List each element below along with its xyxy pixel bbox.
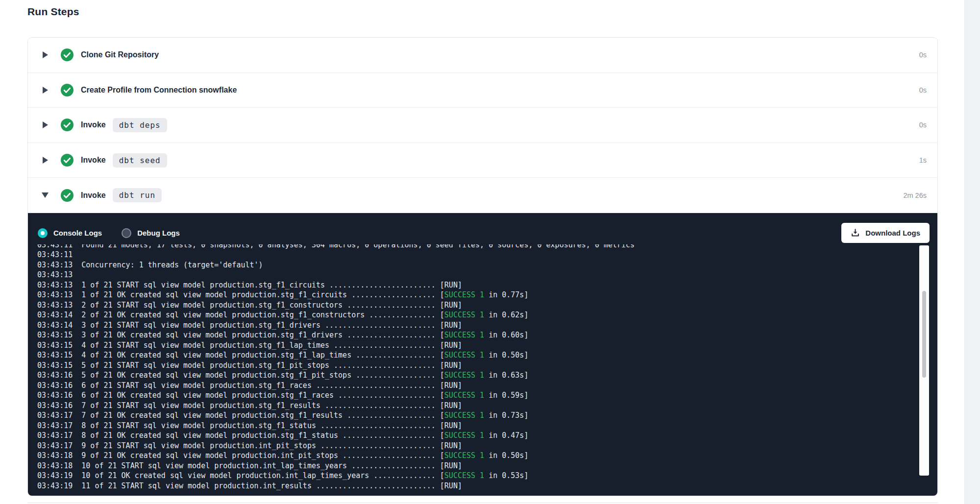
step-label: Invoke: [81, 191, 106, 200]
step-duration: 0s: [919, 51, 927, 59]
log-success-badge: SUCCESS 1: [444, 331, 484, 339]
page-title: Run Steps: [27, 6, 79, 18]
chevron-right-icon[interactable]: [42, 51, 49, 58]
log-line: 03:43:11: [37, 250, 937, 260]
log-line: 03:43:15 3 of 21 OK created sql view mod…: [37, 330, 937, 340]
log-line: 03:43:14 2 of 21 OK created sql view mod…: [37, 310, 937, 320]
success-check-icon: [61, 84, 74, 96]
step-duration: 0s: [919, 121, 927, 129]
log-success-badge: SUCCESS 1: [444, 290, 484, 299]
console-logs-radio[interactable]: Console Logs: [38, 228, 102, 238]
step-command-chip: dbt seed: [113, 153, 167, 168]
log-success-badge: SUCCESS 1: [444, 471, 484, 480]
log-line: 03:43:16 5 of 21 OK created sql view mod…: [37, 370, 937, 381]
log-line: 03:43:17 9 of 21 START sql view model pr…: [37, 441, 937, 451]
log-line: 03:43:19 11 of 21 START sql view model p…: [37, 481, 937, 491]
log-line: 03:43:11 Found 21 models, 17 tests, 0 sn…: [37, 244, 937, 250]
log-success-badge: SUCCESS 1: [444, 391, 484, 400]
log-line: 03:43:19 10 of 21 OK created sql view mo…: [37, 471, 937, 481]
log-success-badge: SUCCESS 1: [444, 451, 484, 460]
log-line: 03:43:16 6 of 21 START sql view model pr…: [37, 381, 937, 391]
log-line: 03:43:13: [37, 270, 937, 280]
log-line: 03:43:16 7 of 21 START sql view model pr…: [37, 401, 937, 411]
run-step-row[interactable]: Create Profile from Connection snowflake…: [28, 73, 937, 108]
log-success-badge: SUCCESS 1: [444, 371, 484, 380]
radio-label: Console Logs: [53, 229, 102, 237]
log-line: 03:43:17 8 of 21 OK created sql view mod…: [37, 431, 937, 441]
log-success-badge: SUCCESS 1: [444, 351, 484, 360]
radio-selected-icon[interactable]: [38, 228, 48, 238]
run-steps-card: Clone Git Repository0sCreate Profile fro…: [27, 37, 938, 496]
chevron-right-icon[interactable]: [42, 121, 49, 128]
run-steps-page: Run Steps Clone Git Repository0sCreate P…: [0, 0, 980, 504]
radio-label: Debug Logs: [137, 229, 180, 237]
download-logs-label: Download Logs: [865, 229, 920, 237]
console-log-output[interactable]: 03:43:11 Found 21 models, 17 tests, 0 sn…: [28, 244, 937, 496]
next-section-divider: [27, 503, 938, 503]
success-check-icon: [61, 119, 74, 131]
step-label: Invoke: [81, 120, 106, 129]
step-command-chip: dbt deps: [113, 118, 167, 132]
log-scrollbar-thumb[interactable]: [922, 291, 926, 378]
log-line: 03:43:14 3 of 21 START sql view model pr…: [37, 320, 937, 331]
log-line: 03:43:15 4 of 21 OK created sql view mod…: [37, 350, 937, 360]
download-icon: [851, 228, 860, 238]
log-line: 03:43:18 9 of 21 OK created sql view mod…: [37, 451, 937, 461]
radio-unselected-icon[interactable]: [122, 228, 131, 238]
step-duration: 0s: [919, 86, 927, 94]
log-lines: 03:43:11 Found 21 models, 17 tests, 0 sn…: [37, 244, 937, 491]
step-duration: 1s: [919, 156, 927, 164]
log-line: 03:43:13 2 of 21 START sql view model pr…: [37, 300, 937, 311]
run-step-row[interactable]: Invokedbt seed1s: [28, 143, 937, 178]
success-check-icon: [61, 154, 74, 167]
chevron-right-icon[interactable]: [42, 157, 49, 164]
log-type-radio-group: Console LogsDebug Logs: [38, 228, 199, 238]
log-success-badge: SUCCESS 1: [444, 431, 484, 440]
log-line: 03:43:17 7 of 21 OK created sql view mod…: [37, 410, 937, 421]
success-check-icon: [61, 189, 74, 202]
step-label: Create Profile from Connection snowflake: [81, 86, 237, 95]
log-line: 03:43:18 10 of 21 START sql view model p…: [37, 461, 937, 471]
step-label: Invoke: [81, 156, 106, 165]
run-step-row[interactable]: Invokedbt run2m 26s: [28, 178, 937, 213]
step-command-chip: dbt run: [113, 188, 162, 202]
log-line: 03:43:15 4 of 21 START sql view model pr…: [37, 340, 937, 351]
log-line: 03:43:13 1 of 21 START sql view model pr…: [37, 280, 937, 290]
log-line: 03:43:13 Concurrency: 1 threads (target=…: [37, 260, 937, 270]
log-success-badge: SUCCESS 1: [444, 411, 484, 420]
debug-logs-radio[interactable]: Debug Logs: [122, 228, 180, 238]
log-line: 03:43:17 8 of 21 START sql view model pr…: [37, 421, 937, 431]
run-steps-list: Clone Git Repository0sCreate Profile fro…: [28, 38, 937, 213]
success-check-icon: [61, 48, 74, 61]
log-line: 03:43:15 5 of 21 START sql view model pr…: [37, 360, 937, 371]
download-logs-button[interactable]: Download Logs: [841, 223, 930, 243]
log-scrollbar[interactable]: [919, 245, 929, 476]
log-toolbar: Console LogsDebug Logs Download Logs: [28, 213, 937, 244]
log-panel: Console LogsDebug Logs Download Logs 03:…: [28, 213, 937, 496]
run-step-row[interactable]: Invokedbt deps0s: [28, 108, 937, 143]
log-line: 03:43:16 6 of 21 OK created sql view mod…: [37, 390, 937, 401]
chevron-right-icon[interactable]: [42, 87, 49, 94]
run-step-row[interactable]: Clone Git Repository0s: [28, 38, 937, 73]
log-success-badge: SUCCESS 1: [444, 311, 484, 319]
step-duration: 2m 26s: [903, 192, 927, 199]
log-line: 03:43:13 1 of 21 OK created sql view mod…: [37, 290, 937, 300]
page-gutter: [964, 0, 980, 504]
chevron-down-icon[interactable]: [42, 192, 49, 198]
step-label: Clone Git Repository: [81, 50, 159, 59]
